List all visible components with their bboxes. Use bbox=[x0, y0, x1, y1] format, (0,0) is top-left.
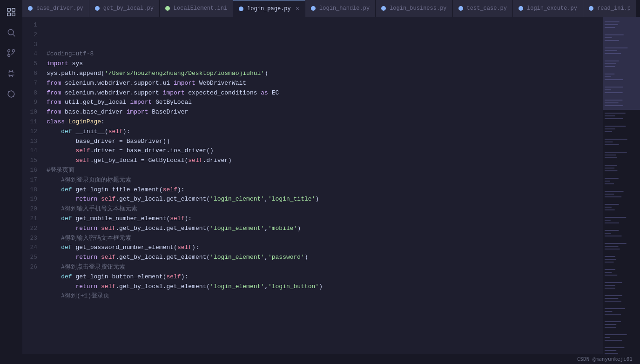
source-control-icon[interactable] bbox=[3, 45, 20, 61]
tab-login_handle.py[interactable]: login_handle.py bbox=[305, 0, 376, 17]
code-line: from selenium.webdriver.support import e… bbox=[47, 88, 595, 98]
code-line: def get_password_number_element(self): bbox=[47, 243, 595, 253]
status-bar: CSDN @manyunkeji01 bbox=[22, 354, 640, 364]
tab-label: base_driver.py bbox=[36, 5, 83, 12]
code-line: def get_mobile_number_element(self): bbox=[47, 214, 595, 224]
line-number: 12 bbox=[22, 127, 41, 137]
tab-close-button[interactable]: × bbox=[296, 5, 299, 13]
code-line: return self.get_by_local.get_element('lo… bbox=[47, 195, 595, 204]
line-number: 25 bbox=[22, 253, 41, 263]
code-line: def __init__(self): bbox=[47, 127, 595, 137]
debug-icon[interactable] bbox=[3, 86, 20, 102]
tab-label: get_by_local.py bbox=[103, 5, 154, 12]
tab-label: login_business.py bbox=[390, 5, 446, 12]
line-number: 4 bbox=[22, 49, 41, 59]
code-line: #得到登录页面的标题元素 bbox=[47, 175, 595, 185]
line-number: 9 bbox=[22, 98, 41, 108]
line-number: 13 bbox=[22, 137, 41, 147]
code-line: #coding=utf-8 bbox=[47, 49, 595, 59]
line-number: 11 bbox=[22, 117, 41, 127]
code-line: class LoginPage: bbox=[47, 117, 595, 127]
line-number: 6 bbox=[22, 69, 41, 79]
line-number: 15 bbox=[22, 156, 41, 166]
code-line: #得到(+1)登录页 bbox=[47, 291, 595, 301]
tab-label: login_page.py bbox=[247, 6, 291, 12]
code-line: import sys bbox=[47, 59, 595, 69]
code-line: def get_login_title_element(self): bbox=[47, 185, 595, 195]
line-number: 3 bbox=[22, 40, 41, 50]
line-number: 14 bbox=[22, 146, 41, 156]
code-line: #得到点击登录按钮元素 bbox=[47, 263, 595, 272]
svg-rect-2 bbox=[7, 13, 10, 16]
tab-label: test_case.py bbox=[467, 5, 507, 12]
code-line: from selenium.webdriver.support.ui impor… bbox=[47, 79, 595, 88]
tab-read_ini.p[interactable]: read_ini.p bbox=[583, 0, 637, 17]
tab-base_driver.py[interactable]: base_driver.py bbox=[22, 0, 89, 17]
line-number: 23 bbox=[22, 234, 41, 243]
code-line: self.get_by_local = GetByLocal(self.driv… bbox=[47, 156, 595, 166]
code-line: self.driver = base_driver.ios_driver() bbox=[47, 146, 595, 156]
line-number: 21 bbox=[22, 214, 41, 224]
search-icon[interactable] bbox=[3, 24, 20, 41]
line-number: 26 bbox=[22, 263, 41, 272]
tab-label: LocalElement.ini bbox=[174, 5, 227, 12]
svg-rect-0 bbox=[7, 8, 10, 11]
tab-label: login_excute.py bbox=[527, 5, 577, 12]
tab-LocalElement.ini[interactable]: LocalElement.ini bbox=[160, 0, 233, 17]
line-number: 10 bbox=[22, 108, 41, 117]
svg-point-7 bbox=[13, 50, 15, 52]
line-number: 18 bbox=[22, 185, 41, 195]
code-line: base_driver = BaseDriver() bbox=[47, 137, 595, 147]
svg-rect-1 bbox=[12, 8, 15, 11]
activity-bar bbox=[0, 0, 22, 364]
code-line: #得到输入手机号文本框元素 bbox=[47, 204, 595, 214]
code-content: #coding=utf-8import syssys.path.append('… bbox=[47, 20, 603, 350]
line-number: 22 bbox=[22, 224, 41, 234]
line-numbers: 1234567891011121314151617181920212223242… bbox=[22, 20, 47, 350]
svg-point-9 bbox=[8, 91, 14, 97]
tabs-bar: base_driver.pyget_by_local.pyLocalElemen… bbox=[22, 0, 640, 17]
line-number: 2 bbox=[22, 30, 41, 40]
code-editor[interactable]: 1234567891011121314151617181920212223242… bbox=[22, 17, 603, 354]
tab-login_business.py[interactable]: login_business.py bbox=[376, 0, 452, 17]
svg-point-6 bbox=[8, 50, 10, 52]
line-number: 7 bbox=[22, 79, 41, 88]
tab-get_by_local.py[interactable]: get_by_local.py bbox=[89, 0, 160, 17]
tab-label: read_ini.p bbox=[597, 5, 631, 12]
code-line: return self.get_by_local.get_element('lo… bbox=[47, 282, 595, 292]
status-text: CSDN @manyunkeji01 bbox=[577, 356, 633, 362]
line-number: 16 bbox=[22, 166, 41, 175]
tab-label: login_handle.py bbox=[319, 5, 370, 12]
code-line: return self.get_by_local.get_element('lo… bbox=[47, 253, 595, 263]
code-line: return self.get_by_local.get_element('lo… bbox=[47, 224, 595, 234]
code-line: sys.path.append('/Users/houzhengzhuang/D… bbox=[47, 69, 595, 79]
line-number: 20 bbox=[22, 204, 41, 214]
tab-login_excute.py[interactable]: login_excute.py bbox=[513, 0, 583, 17]
line-number: 17 bbox=[22, 175, 41, 185]
editor-area: base_driver.pyget_by_local.pyLocalElemen… bbox=[22, 0, 640, 364]
tab-login_page.py[interactable]: login_page.py× bbox=[233, 0, 305, 17]
svg-rect-3 bbox=[12, 13, 15, 16]
code-line: from util.get_by_local import GetByLocal bbox=[47, 98, 595, 108]
code-line: from base.base_driver import BaseDriver bbox=[47, 108, 595, 117]
minimap bbox=[603, 17, 640, 354]
tab-test_case.py[interactable]: test_case.py bbox=[453, 0, 513, 17]
line-number: 1 bbox=[22, 20, 41, 30]
line-number: 5 bbox=[22, 59, 41, 69]
code-line: #登录页面 bbox=[47, 166, 595, 175]
line-number: 24 bbox=[22, 243, 41, 253]
code-line: def get_login_button_element(self): bbox=[47, 272, 595, 282]
svg-point-4 bbox=[8, 29, 13, 35]
line-number: 8 bbox=[22, 88, 41, 98]
svg-line-5 bbox=[13, 34, 15, 37]
extensions-icon[interactable] bbox=[3, 65, 20, 82]
line-number: 19 bbox=[22, 195, 41, 204]
code-line: #得到输入密码文本框元素 bbox=[47, 234, 595, 243]
files-icon[interactable] bbox=[3, 4, 20, 20]
